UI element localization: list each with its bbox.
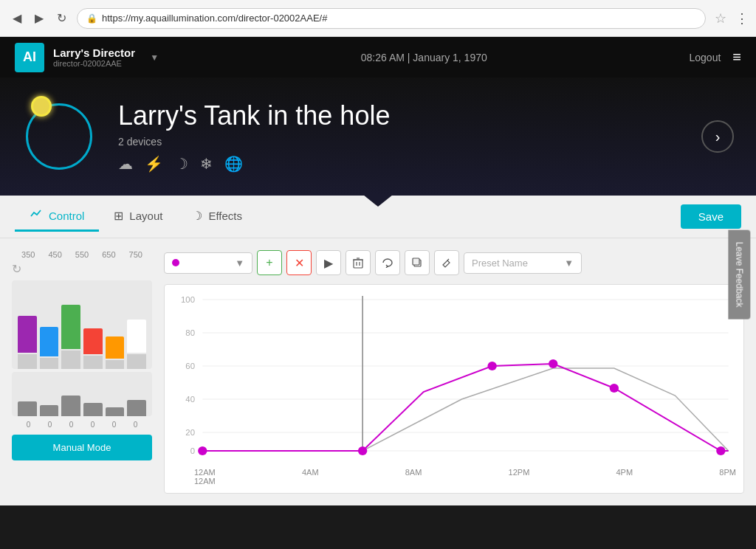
svg-point-32 (487, 362, 496, 370)
hamburger-menu-button[interactable]: ≡ (732, 49, 741, 66)
add-point-button[interactable]: + (257, 250, 282, 275)
edit-button[interactable] (434, 250, 459, 275)
svg-text:40: 40 (185, 395, 195, 404)
browser-menu-icon[interactable]: ⋮ (735, 10, 749, 27)
wl-350: 350 (21, 250, 35, 259)
zero-4: 0 (91, 421, 95, 429)
effects-icon: ☽ (192, 209, 202, 223)
tab-layout-label: Layout (129, 210, 162, 222)
lower-bar-3 (61, 396, 80, 416)
logout-button[interactable]: Logout (690, 52, 721, 63)
svg-line-6 (44, 109, 47, 111)
svg-line-5 (37, 102, 39, 104)
chart-x-labels: 12AM 4AM 8AM 12PM 4PM 8PM (172, 465, 736, 477)
wl-550: 550 (75, 250, 89, 259)
browser-bar: ◀ ▶ ↻ 🔒 https://my.aquaillumination.com/… (0, 0, 756, 37)
hero-triangle (363, 195, 393, 207)
logo-area: AI Larry's Director director-02002AAE ▼ (15, 43, 159, 72)
snowflake-icon: ❄ (200, 155, 213, 173)
lower-bar-2 (40, 405, 59, 416)
forward-button[interactable]: ▶ (30, 9, 49, 28)
preset-select[interactable]: Preset Name ▼ (464, 252, 582, 274)
uv-color-dot (172, 259, 179, 266)
lower-bar-1 (18, 401, 37, 416)
globe-icon: 🌐 (224, 155, 243, 173)
lightning-icon: ⚡ (145, 155, 163, 173)
channel-select[interactable]: UV ▼ (164, 252, 252, 274)
wavelength-labels: 350 450 550 650 750 (12, 250, 152, 259)
tab-control[interactable]: Control (15, 201, 99, 232)
x-label-12am: 12AM (194, 468, 216, 477)
feedback-tab[interactable]: Leave Feedback (729, 230, 751, 320)
feedback-label: Leave Feedback (735, 242, 745, 308)
manual-mode-button[interactable]: Manual Mode (12, 435, 152, 460)
next-tank-button[interactable]: › (701, 120, 734, 153)
preset-dropdown-arrow: ▼ (564, 258, 574, 269)
left-panel: 350 450 550 650 750 ↻ (12, 250, 152, 494)
svg-line-16 (447, 259, 449, 260)
chart-bottom-label: 12AM (172, 477, 736, 486)
moon-icon: ☽ (175, 155, 188, 173)
svg-text:0: 0 (190, 446, 195, 455)
director-name: Larry's Director (53, 46, 135, 59)
svg-line-7 (44, 102, 47, 104)
play-button[interactable]: ▶ (316, 250, 341, 275)
loop-button[interactable] (375, 250, 400, 275)
browser-nav-buttons: ◀ ▶ ↻ (7, 9, 71, 28)
wl-450: 450 (48, 250, 61, 259)
svg-text:100: 100 (181, 295, 195, 304)
tab-layout[interactable]: ⊞ Layout (99, 203, 177, 231)
header-datetime: 08:26 AM | January 1, 1970 (159, 52, 689, 63)
zero-5: 0 (112, 421, 117, 429)
header-date: January 1, 1970 (413, 52, 487, 63)
lower-bar-4 (83, 403, 103, 416)
content-area: 350 450 550 650 750 ↻ (0, 238, 756, 505)
channel-dropdown-arrow: ▼ (235, 258, 244, 269)
zeros-row: 0 0 0 0 0 0 (12, 421, 152, 429)
tank-name: Larry's Tank in the hole (118, 100, 390, 131)
back-button[interactable]: ◀ (7, 9, 27, 28)
header-separator: | (408, 52, 410, 63)
svg-point-35 (716, 446, 725, 455)
svg-point-34 (610, 384, 619, 393)
x-label-12pm: 12PM (509, 468, 530, 477)
upper-bar-chart (12, 280, 152, 369)
bar-col-6 (127, 320, 146, 369)
director-dropdown-arrow[interactable]: ▼ (150, 52, 159, 63)
svg-text:60: 60 (185, 362, 195, 370)
svg-rect-9 (354, 260, 362, 268)
address-bar[interactable]: 🔒 https://my.aquaillumination.com/direct… (77, 8, 706, 29)
chart-svg: 100 80 60 40 20 0 (172, 292, 736, 462)
svg-text:80: 80 (185, 328, 195, 337)
save-button[interactable]: Save (681, 204, 741, 229)
refresh-icon[interactable]: ↻ (12, 262, 152, 276)
cloud-icon: ☁ (118, 155, 133, 173)
channel-label: UV (184, 258, 197, 269)
tab-effects-label: Effects (208, 210, 242, 222)
svg-text:20: 20 (185, 428, 195, 437)
bar-col-2 (40, 327, 59, 369)
tank-icons: ☁ ⚡ ☽ ❄ 🌐 (118, 155, 390, 173)
zero-2: 0 (48, 421, 52, 429)
svg-point-33 (549, 359, 557, 368)
x-label-4pm: 4PM (616, 468, 633, 477)
x-label-bottom-12am: 12AM (194, 477, 216, 486)
trash-button[interactable] (346, 250, 371, 275)
url-text: https://my.aquaillumination.com/director… (102, 13, 696, 24)
copy-button[interactable] (405, 250, 430, 275)
director-info: Larry's Director director-02002AAE (53, 46, 135, 68)
lower-bar-6 (127, 400, 146, 416)
delete-point-button[interactable]: ✕ (286, 250, 312, 275)
tank-circle-container (22, 100, 96, 173)
lock-icon: 🔒 (86, 13, 97, 24)
control-icon (30, 207, 43, 224)
tab-control-label: Control (49, 210, 84, 222)
tab-effects[interactable]: ☽ Effects (177, 203, 257, 231)
svg-point-30 (198, 446, 207, 455)
reload-button[interactable]: ↻ (52, 9, 71, 28)
bookmark-icon[interactable]: ☆ (715, 10, 726, 27)
bar-col-4 (83, 328, 103, 369)
bar-col-5 (106, 336, 125, 369)
preset-name: Preset Name (472, 258, 528, 269)
header-right: Logout ≡ (690, 49, 742, 66)
